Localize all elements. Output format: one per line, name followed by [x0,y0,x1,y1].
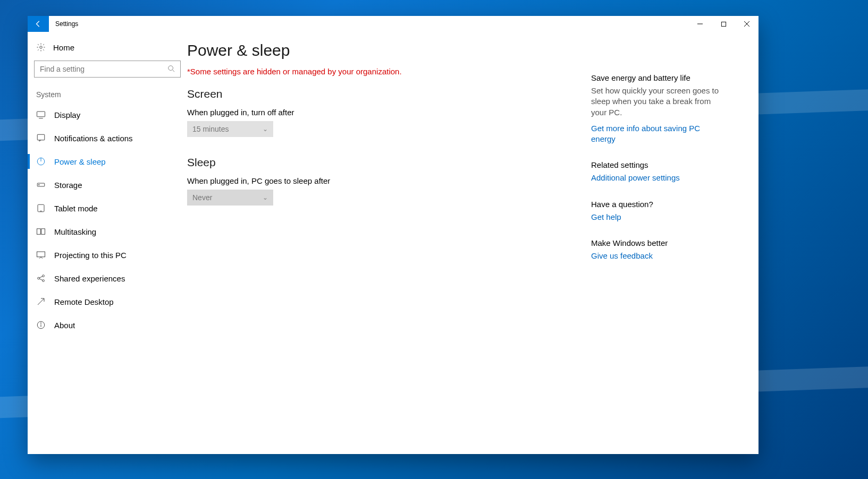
sidebar-item-display[interactable]: Display [28,103,187,126]
about-icon [36,320,46,330]
shared-icon [36,273,46,283]
right-rail: Save energy and battery life Set how qui… [591,41,724,443]
svg-point-19 [38,277,40,279]
svg-rect-18 [37,252,45,257]
multitask-icon [36,227,46,236]
sidebar: Home System Display Notifications & acti… [28,32,187,454]
sidebar-item-label: Power & sleep [54,157,106,166]
svg-line-24 [38,298,44,305]
svg-rect-7 [37,112,45,117]
project-icon [36,250,46,260]
energy-info-link[interactable]: Get more info about saving PC energy [591,123,724,145]
power-icon [36,157,46,166]
sidebar-item-label: About [54,321,75,330]
search-box[interactable] [34,61,181,78]
close-button[interactable] [735,16,759,32]
screen-heading: Screen [187,88,591,100]
home-label: Home [53,43,74,52]
give-feedback-link[interactable]: Give us feedback [591,251,724,261]
svg-rect-1 [721,22,726,26]
gear-icon [36,42,46,52]
chevron-down-icon: ⌄ [263,194,268,201]
category-label: System [28,87,187,103]
svg-rect-17 [41,229,45,235]
svg-point-4 [40,46,43,49]
sidebar-item-label: Notifications & actions [54,134,133,143]
minimize-button[interactable] [688,16,712,32]
page-title: Power & sleep [187,41,591,59]
sidebar-item-label: Projecting to this PC [54,251,127,260]
svg-point-13 [39,184,40,185]
feedback-heading: Make Windows better [591,238,724,247]
energy-text: Set how quickly your screen goes to slee… [591,85,724,118]
window-controls [688,16,759,32]
sidebar-item-tablet-mode[interactable]: Tablet mode [28,196,187,220]
svg-rect-14 [38,204,44,212]
sidebar-item-label: Remote Desktop [54,297,114,306]
sidebar-item-label: Display [54,110,80,119]
sidebar-item-label: Shared experiences [54,274,125,283]
sidebar-item-label: Storage [54,181,82,190]
svg-point-5 [168,65,173,70]
main-content: Power & sleep *Some settings are hidden … [187,32,759,454]
sidebar-item-notifications[interactable]: Notifications & actions [28,126,187,150]
sidebar-item-about[interactable]: About [28,313,187,337]
sidebar-item-label: Tablet mode [54,204,98,213]
sidebar-item-shared-experiences[interactable]: Shared experiences [28,267,187,290]
svg-line-22 [39,276,43,278]
related-heading: Related settings [591,160,724,169]
sleep-after-value: Never [192,193,212,202]
sidebar-item-label: Multitasking [54,227,96,236]
svg-line-6 [173,70,175,72]
screen-off-dropdown[interactable]: 15 minutes ⌄ [187,121,273,137]
svg-point-20 [43,275,45,277]
search-icon [167,65,175,74]
maximize-button[interactable] [712,16,735,32]
back-button[interactable] [28,16,49,32]
sidebar-item-power-sleep[interactable]: Power & sleep [28,150,187,173]
sleep-after-dropdown[interactable]: Never ⌄ [187,190,273,206]
window-title: Settings [49,16,688,32]
screen-off-label: When plugged in, turn off after [187,108,591,117]
home-button[interactable]: Home [28,32,187,61]
sidebar-item-multitasking[interactable]: Multitasking [28,220,187,243]
svg-line-23 [39,279,43,280]
svg-point-27 [40,323,41,323]
svg-rect-16 [37,229,41,235]
search-input[interactable] [40,65,167,73]
chevron-down-icon: ⌄ [263,125,268,133]
additional-power-settings-link[interactable]: Additional power settings [591,173,724,183]
screen-off-value: 15 minutes [192,125,229,133]
sidebar-item-remote-desktop[interactable]: Remote Desktop [28,290,187,313]
sidebar-item-projecting[interactable]: Projecting to this PC [28,243,187,267]
storage-icon [36,180,46,190]
sidebar-item-storage[interactable]: Storage [28,173,187,196]
sleep-after-label: When plugged in, PC goes to sleep after [187,176,591,185]
settings-window: Settings Home [28,16,759,454]
notifications-icon [36,133,46,143]
policy-warning: *Some settings are hidden or managed by … [187,67,591,76]
tablet-icon [36,203,46,213]
question-heading: Have a question? [591,200,724,209]
remote-icon [36,297,46,306]
svg-point-21 [43,280,45,282]
svg-rect-9 [37,134,45,140]
titlebar: Settings [28,16,759,32]
display-icon [36,110,46,119]
get-help-link[interactable]: Get help [591,212,724,223]
sleep-heading: Sleep [187,156,591,169]
energy-heading: Save energy and battery life [591,73,724,82]
